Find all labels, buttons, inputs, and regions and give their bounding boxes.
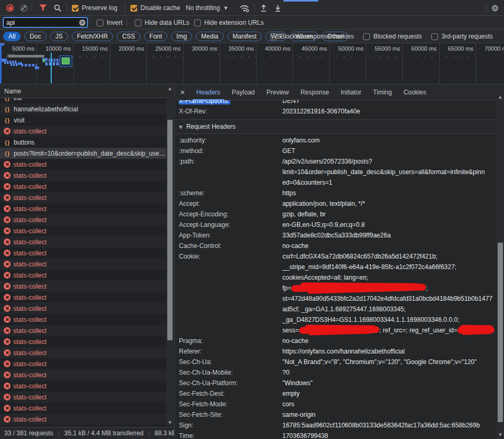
header-value-text: ?0 [282,369,289,376]
header-value: DENY [282,100,300,106]
request-failed-icon [4,338,11,345]
request-row[interactable]: stats-collect [0,225,167,236]
tab-initiator[interactable]: Initiator [335,84,367,100]
request-row[interactable]: stats-collect [0,314,167,325]
scroll-up-icon[interactable]: ▲ [497,94,504,100]
scroll-down-icon[interactable]: ▼ [497,432,504,438]
request-row[interactable]: stats-collect [0,325,167,336]
tab-response[interactable]: Response [294,84,335,100]
disable-cache-checkbox[interactable]: Disable cache [130,0,180,16]
request-row[interactable]: stats-collect [0,358,167,369]
type-filter-css[interactable]: CSS [117,32,140,41]
request-row[interactable]: {}init [0,98,167,103]
record-network-log-button[interactable] [4,0,16,16]
checkbox-label-blocked-response-cookies: Blocked response cookies [280,33,354,40]
request-row[interactable]: {}buttons [0,137,167,148]
type-filter-manifest[interactable]: Manifest [227,32,262,41]
request-row[interactable]: stats-collect [0,303,167,314]
request-row[interactable]: stats-collect [0,236,167,247]
request-row[interactable]: stats-collect [0,203,167,214]
details-tabs: HeadersPayloadPreviewResponseInitiatorTi… [191,84,432,100]
throttling-dropdown[interactable]: No throttling ▼ [186,0,227,16]
checkbox-label-3rd-party-requests: 3rd-party requests [441,33,492,40]
request-row[interactable]: {}posts?limit=10&order=publish_date_desc… [0,148,167,159]
type-filter-media[interactable]: Media [196,32,224,41]
request-row[interactable]: stats-collect [0,159,167,170]
request-row[interactable]: {}hannahelizabethofficial [0,103,167,114]
header-value: "Windows" [282,378,312,388]
type-filter-doc[interactable]: Doc [24,32,46,41]
header-row: :authority:onlyfans.com [175,135,497,146]
preserve-log-checkbox[interactable]: Preserve log [72,0,117,16]
request-name: stats-collect [13,405,46,412]
scroll-down-icon[interactable]: ▼ [166,419,174,426]
network-overview-timeline[interactable]: 5000 ms10000 ms15000 ms20000 ms25000 ms3… [0,43,504,84]
request-name: stats-collect [13,261,46,268]
request-failed-icon [4,227,11,234]
type-filter-font[interactable]: Font [144,32,167,41]
header-name: Cache-Control: [179,241,222,251]
checkbox-blocked-requests[interactable]: Blocked requests [363,30,422,43]
export-har-button[interactable] [272,0,283,16]
tab-preview[interactable]: Preview [261,84,295,100]
settings-gear-icon[interactable]: ⚙ [489,0,501,16]
request-headers-section-toggle[interactable]: ▼Request Headers [175,120,497,133]
scrollbar-thumb[interactable] [167,120,173,340]
clear-network-log-button[interactable] [18,0,30,16]
scroll-up-icon[interactable]: ▲ [166,85,174,92]
type-filter-all[interactable]: All [3,32,21,41]
request-row[interactable]: {}visit [0,114,167,126]
clear-filter-icon[interactable]: ✕ [79,20,85,26]
header-value: https [282,188,296,198]
request-row[interactable]: stats-collect [0,181,167,192]
request-row[interactable]: stats-collect [0,170,167,181]
record-icon [6,4,14,12]
search-network-button[interactable] [52,0,63,16]
request-row[interactable]: stats-collect [0,403,167,414]
request-failed-icon [4,416,11,423]
scrollbar-thumb[interactable] [498,243,503,422]
header-row: Sec-Ch-Ua-Mobile:?0 [175,367,497,378]
request-row[interactable]: stats-collect [0,347,167,358]
tab-timing[interactable]: Timing [367,84,398,100]
name-column-header[interactable]: Name [0,84,174,98]
request-name: stats-collect [13,227,46,235]
header-row: :method:GET [175,146,497,156]
network-conditions-button[interactable] [237,0,251,16]
request-row[interactable]: stats-collect [0,336,167,347]
tab-headers[interactable]: Headers [191,84,226,100]
request-row[interactable]: stats-collect [0,126,167,137]
request-row[interactable]: stats-collect [0,414,167,425]
checkbox-3rd-party-requests[interactable]: 3rd-party requests [431,30,492,43]
header-value-text: sess= [282,327,299,334]
filter-text-input[interactable] [3,17,88,27]
json-file-icon: {} [4,150,11,157]
import-har-button[interactable] [258,0,269,16]
checkbox-checked-icon [72,5,79,12]
checkbox-blocked-response-cookies[interactable]: Blocked response cookies [270,30,354,43]
request-row[interactable]: stats-collect [0,380,167,392]
request-row[interactable]: stats-collect [0,292,167,303]
header-name: Pragma: [179,336,203,346]
request-row[interactable]: stats-collect [0,259,167,270]
request-row[interactable]: stats-collect [0,281,167,292]
header-name: :path: [179,156,195,167]
request-row[interactable]: stats-collect [0,270,167,281]
type-filter-js[interactable]: JS [50,32,68,41]
type-filter-fetch-xhr[interactable]: Fetch/XHR [72,32,113,41]
type-filter-img[interactable]: Img [171,32,192,41]
tab-payload[interactable]: Payload [226,84,260,100]
request-row[interactable]: stats-collect [0,214,167,225]
hide-extension-urls-checkbox[interactable]: Hide extension URLs [194,16,264,30]
tab-cookies[interactable]: Cookies [397,84,432,100]
details-scrollbar[interactable]: ▲ ▼ [497,94,504,439]
close-details-icon[interactable]: × [175,88,191,97]
filter-toggle-button[interactable] [37,0,49,16]
request-row[interactable]: stats-collect [0,247,167,259]
request-row[interactable]: stats-collect [0,192,167,203]
request-list-scrollbar[interactable]: ▲ ▼ [166,85,174,426]
invert-checkbox[interactable]: Invert [97,16,122,30]
request-row[interactable]: stats-collect [0,392,167,403]
request-row[interactable]: stats-collect [0,369,167,380]
hide-data-urls-checkbox[interactable]: Hide data URLs [135,16,189,30]
